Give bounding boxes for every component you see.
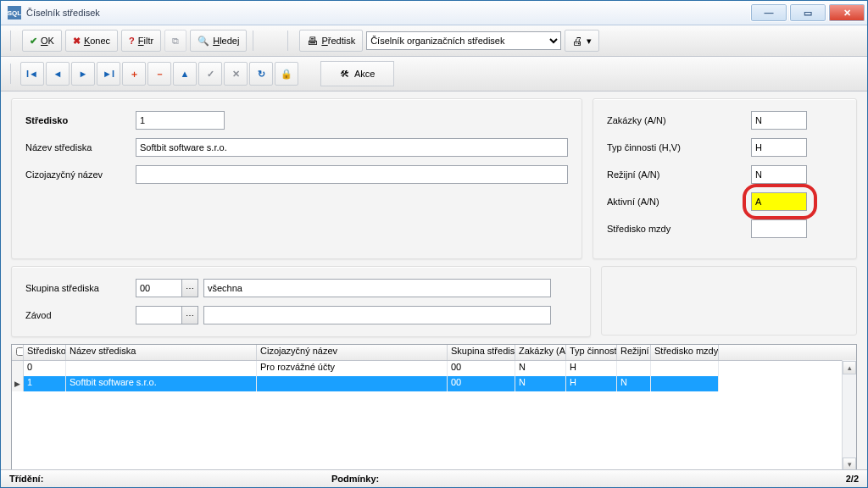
titlebar: SQL Číselník středisek — ▭ ✕ [1, 1, 867, 25]
print-button[interactable]: 🖨▾ [565, 30, 599, 52]
panel-stredisko: Středisko 1 Název střediska Softbit soft… [11, 98, 582, 259]
skupina-text-input[interactable]: všechna [203, 279, 551, 297]
zakazky-label: Zakázky (A/N) [607, 115, 751, 125]
nav-add-button[interactable]: ＋ [122, 62, 146, 86]
akce-button[interactable]: 🛠AkceAkce [320, 61, 394, 86]
zakazky-input[interactable]: N [751, 111, 807, 130]
hledej-button[interactable]: 🔍HledejHledej [190, 30, 247, 52]
empty-panel [601, 266, 857, 336]
col-rezijni[interactable]: Režijní [617, 345, 651, 360]
zavod-text-input[interactable] [203, 306, 551, 324]
status-trideni: Třídění: [9, 474, 331, 484]
col-cizo[interactable]: Cizojazyčný název [257, 345, 448, 360]
skupina-picker-button[interactable]: ⋯ [181, 280, 198, 297]
grid-body: 0 Pro rozvážné účty 00 N H ▶ 1 Softbit s… [12, 361, 856, 469]
main-toolbar: ✔OOKK ✖KonecKonec ?FiltrFiltr ⧉ 🔍HledejH… [1, 25, 867, 57]
scroll-down-button[interactable]: ▾ [843, 458, 856, 469]
nav-lock-button[interactable]: 🔒 [275, 62, 298, 86]
predtisk-button[interactable]: 🖶PředtiskPředtisk [299, 30, 363, 52]
record-navbar: I◄ ◄ ► ►I ＋ － ▲ ✓ ✕ ↻ 🔒 🛠AkceAkce [1, 57, 867, 92]
nav-delete-button[interactable]: － [147, 62, 171, 86]
aktivni-label: Aktivní (A/N) [607, 197, 751, 207]
typcinnosti-input[interactable]: H [751, 138, 807, 157]
strediskomzdy-input[interactable] [751, 219, 807, 238]
zavod-picker-button[interactable]: ⋯ [181, 307, 198, 324]
strediskomzdy-label: Středisko mzdy [607, 224, 751, 234]
panel-skupina: Skupina střediska 00⋯ všechna Závod ⋯ [11, 266, 591, 337]
panel-flags: Zakázky (A/N) N Typ činnosti (H,V) H Rež… [593, 98, 857, 259]
nav-cancel-button[interactable]: ✕ [224, 62, 248, 86]
cizo-label: Cizojazyčný název [25, 169, 136, 180]
window-buttons: — ▭ ✕ [750, 3, 865, 22]
table-row[interactable]: 0 Pro rozvážné účty 00 N H [12, 361, 856, 376]
ok-button[interactable]: ✔OOKK [22, 30, 62, 52]
filtr-button[interactable]: ?FiltrFiltr [121, 30, 161, 52]
nav-refresh-button[interactable]: ↻ [249, 62, 273, 86]
nazev-label: Název střediska [25, 142, 136, 152]
row-indicator [12, 361, 24, 376]
select-all-checkbox[interactable] [16, 347, 24, 356]
nav-next-button[interactable]: ► [71, 62, 95, 86]
rezijni-label: Režijní (A/N) [607, 169, 751, 180]
app-icon: SQL [8, 6, 21, 19]
close-button[interactable]: ✕ [828, 3, 865, 22]
app-window: SQL Číselník středisek — ▭ ✕ ✔OOKK ✖Kone… [0, 0, 868, 488]
status-counter: 2/2 [808, 474, 859, 484]
rezijni-input[interactable]: N [751, 165, 807, 184]
zavod-code-input[interactable]: ⋯ [136, 306, 198, 324]
nazev-input[interactable]: Softbit software s.r.o. [136, 138, 568, 157]
content-area: Středisko 1 Název střediska Softbit soft… [1, 92, 867, 469]
mid-panels: Skupina střediska 00⋯ všechna Závod ⋯ [11, 266, 857, 337]
scroll-up-button[interactable]: ▴ [843, 361, 856, 374]
predtisk-combo[interactable]: Číselník organizačních středisek [366, 31, 561, 50]
aktivni-input[interactable]: A [751, 192, 807, 211]
separator [253, 30, 259, 51]
col-stredisko[interactable]: Středisko [24, 345, 66, 360]
top-panels: Středisko 1 Název střediska Softbit soft… [11, 98, 857, 259]
nav-first-button[interactable]: I◄ [20, 62, 44, 86]
col-skupina[interactable]: Skupina střediska [448, 345, 515, 360]
stredisko-input[interactable]: 1 [136, 111, 225, 130]
window-title: Číselník středisek [26, 8, 750, 18]
grid-header-selector[interactable] [12, 345, 24, 360]
maximize-button[interactable]: ▭ [789, 3, 826, 22]
col-zakazky[interactable]: Zakázky (A/N) [515, 345, 566, 360]
row-indicator: ▶ [12, 376, 24, 391]
nav-prev-button[interactable]: ◄ [46, 62, 70, 86]
cizo-input[interactable] [136, 165, 568, 184]
nav-last-button[interactable]: ►I [97, 62, 120, 86]
vertical-scrollbar[interactable]: ▴ ▾ [842, 360, 856, 469]
col-nazev[interactable]: Název střediska [66, 345, 257, 360]
separator [287, 30, 293, 51]
status-podminky: Podmínky: [331, 474, 808, 484]
nav-edit-button[interactable]: ▲ [173, 62, 197, 86]
stredisko-label: Středisko [25, 115, 136, 125]
col-strediskomzdy[interactable]: Středisko mzdy [651, 345, 719, 360]
status-bar: Třídění: Podmínky: 2/2 [1, 469, 867, 487]
typcinnosti-label: Typ činnosti (H,V) [607, 142, 751, 152]
col-typcinnosti[interactable]: Typ činnosti [566, 345, 617, 360]
separator [10, 64, 16, 84]
skupina-label: Skupina střediska [25, 283, 136, 293]
skupina-code-input[interactable]: 00⋯ [136, 279, 198, 297]
grid-header: Středisko Název střediska Cizojazyčný ná… [12, 345, 856, 361]
konec-button[interactable]: ✖KonecKonec [65, 30, 118, 52]
minimize-button[interactable]: — [750, 3, 787, 22]
nav-post-button[interactable]: ✓ [198, 62, 222, 86]
data-grid[interactable]: Středisko Název střediska Cizojazyčný ná… [11, 344, 857, 469]
disabled-button: ⧉ [164, 30, 186, 52]
zavod-label: Závod [25, 310, 136, 320]
table-row[interactable]: ▶ 1 Softbit software s.r.o. 00 N H N [12, 376, 856, 391]
highlight-circle: A [751, 192, 807, 211]
separator [10, 30, 16, 51]
tools-icon: 🛠 [340, 69, 349, 79]
